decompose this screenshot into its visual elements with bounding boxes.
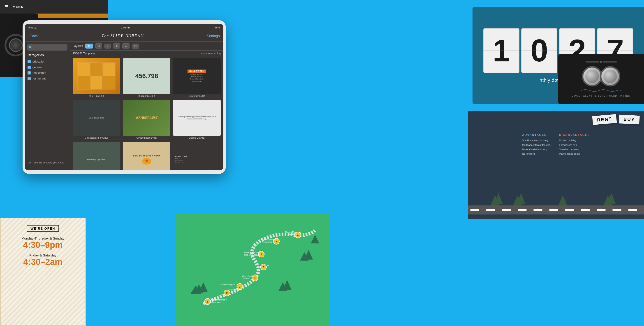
lines-icon: ☰ [125,45,127,47]
filter-all-button[interactable]: All [85,44,93,49]
back-label: Back [30,34,38,38]
app-title: The SLIDE BUREAU [102,34,144,38]
svg-rect-48 [596,209,606,211]
binoculars-tagline: GOOD TALENT IS SUPER HARD TO FIND [572,95,630,97]
template-name: Classic Gray (3) [173,137,221,139]
rentbuy-card: RENT BUY ADVANTAGES Stability and commun… [468,111,644,219]
template-name: Civilized Bestiary (8) [123,137,170,139]
settings-button[interactable]: Settings [207,34,220,38]
template-thumb-celebrations: HALLOWEEN Serving VampireKiss & Witch'sB… [173,58,221,94]
svg-text:desired area: desired area [210,301,221,303]
template-item[interactable]: HALLOWEEN Serving VampireKiss & Witch'sB… [173,58,221,97]
check-icon: ✓ [28,71,31,75]
buy-sign: BUY [619,115,640,125]
ipad-wrapper: iPad ☁ 1:05 PM 78% ‹ Back The SLIDE BURE… [22,20,226,174]
sidebar-bottom: Don't see the template you want? [25,158,70,167]
back-chevron-icon: ‹ [28,34,30,38]
road-decorative-svg [468,174,644,219]
svg-text:Insurance: Insurance [264,241,272,243]
ipad-screen: iPad ☁ 1:05 PM 78% ‹ Back The SLIDE BURE… [25,24,224,170]
disadvantages-column: DISADVANTAGES Limited mobility Foreclosu… [559,133,590,156]
svg-text:6: 6 [260,253,262,256]
ipad-status-bar: iPad ☁ 1:05 PM 78% [25,24,224,31]
categories-label: Categories [25,53,70,57]
bino-left [582,66,602,87]
svg-text:Search for homes in: Search for homes in [210,299,227,301]
search-bar[interactable]: 🔍 [27,44,68,51]
template-thumb-chalkboards: Chalkboard style [73,100,120,136]
template-thumb-classicgray: "Creativity is allowing yourself to make… [173,100,221,136]
disadvantages-list: Limited mobility Foreclosure risk Taxed … [559,138,590,156]
flip-card-1: 1 [483,28,520,73]
template-item[interactable]: HOW TO CREATE A TEAM 🎈 Etched (5) [123,142,170,170]
search-icon: 🔍 [29,46,32,49]
svg-rect-46 [565,209,574,211]
svg-text:Offer is Accepted: Offer is Accepted [220,283,235,286]
svg-text:1: 1 [207,300,208,303]
template-thumb-bestiary: WANDERLUST [123,100,170,136]
bino-left-inner [585,70,599,83]
hours-time-2: 4:30–2am [22,257,64,267]
hours-time-1: 4:30–9pm [22,240,64,250]
sidebar-item-label: general [32,66,42,69]
binoculars-visual [582,66,620,87]
sidebar-item-label: education [32,60,45,63]
template-grid: 1965 Prints (5) 456.798 Big Numbers (3) … [70,57,224,170]
svg-text:5: 5 [263,266,264,269]
svg-text:purchase: purchase [242,277,250,279]
template-thumb-elementary: Elementary style slides [73,142,120,170]
filter-icon5-button[interactable]: 🖼 [132,44,139,49]
svg-text:2: 2 [226,292,228,294]
filter-icon4-button[interactable]: ☰ [122,43,130,49]
template-item-elementary[interactable]: Elementary style slides Elementary My De… [73,142,120,170]
advantages-title: ADVANTAGES [522,133,552,137]
ipad-sidebar: 🔍 Categories ✓ education ✓ general ✓ rea… [25,42,70,170]
svg-text:Close & Move into: Close & Move into [285,231,301,233]
template-thumb-g: WE WILL COVER • Point 1• Tab Up Items• T… [173,142,221,170]
svg-rect-43 [518,209,527,211]
sidebar-item-general[interactable]: ✓ general [25,64,70,70]
template-item[interactable]: "Creativity is allowing yourself to make… [173,100,221,139]
rentbuy-signs: RENT BUY [592,115,640,124]
sidebar-item-label: real estate [32,71,46,75]
stripe-background [1,218,85,325]
template-item[interactable]: Chalkboard style Chalkboards For All (2) [73,100,120,139]
wave-svg [581,88,622,93]
disadvantages-title: DISADVANTAGES [559,133,590,137]
template-name: 1965 Prints (5) [73,95,120,97]
hours-days-1: Monday-Thursday & Sunday [22,236,64,240]
check-icon: ✓ [28,60,31,63]
columns-icon: ⊞ [116,45,118,47]
ipad-content: 🔍 Categories ✓ education ✓ general ✓ rea… [25,42,224,170]
template-item[interactable]: WE WILL COVER • Point 1• Tab Up Items• T… [173,142,221,170]
bino-right [600,66,620,87]
filter-icon3-button[interactable]: ⊞ [113,43,120,49]
svg-rect-47 [581,209,590,211]
open-label: WE'RE OPEN [27,225,59,232]
filter-icon2-button[interactable]: ≡ [104,44,111,49]
svg-rect-45 [549,209,558,211]
back-button[interactable]: ‹ Back [28,34,38,38]
svg-rect-0 [182,218,324,308]
show-everything-button[interactable]: show everything [201,52,221,55]
template-item[interactable]: 456.798 Big Numbers (3) [123,58,170,97]
hamburger-icon: ☰ [4,4,8,9]
template-item[interactable]: 1965 Prints (5) [73,58,120,97]
svg-text:Write an Offer: Write an Offer [229,288,241,291]
svg-text:Final Walk-through: Final Walk-through [244,254,260,256]
rent-sign: RENT [592,114,617,125]
sidebar-item-restaurant[interactable]: ✓ restaurant [25,76,70,81]
svg-text:Home Inspection &: Home Inspection & [244,251,260,253]
jfm-menu-bar: ☰ MENU [0,0,108,14]
svg-rect-40 [470,209,479,211]
sidebar-item-education[interactable]: ✓ education [25,59,70,64]
sidebar-item-realestate[interactable]: ✓ real estate [25,70,70,76]
ipad-status-right: 78% [215,26,220,29]
template-thumb-etched: HOW TO CREATE A TEAM 🎈 [123,142,170,170]
sidebar-item-label: restaurant [32,77,46,80]
svg-text:Write offer to: Write offer to [242,275,253,277]
filter-icon1-button[interactable]: ⊟ [95,43,102,49]
template-name: Celebrations (1) [173,95,221,97]
advantages-column: ADVANTAGES Stability and community Mortg… [522,133,552,156]
template-item[interactable]: WANDERLUST Civilized Bestiary (8) [123,100,170,139]
